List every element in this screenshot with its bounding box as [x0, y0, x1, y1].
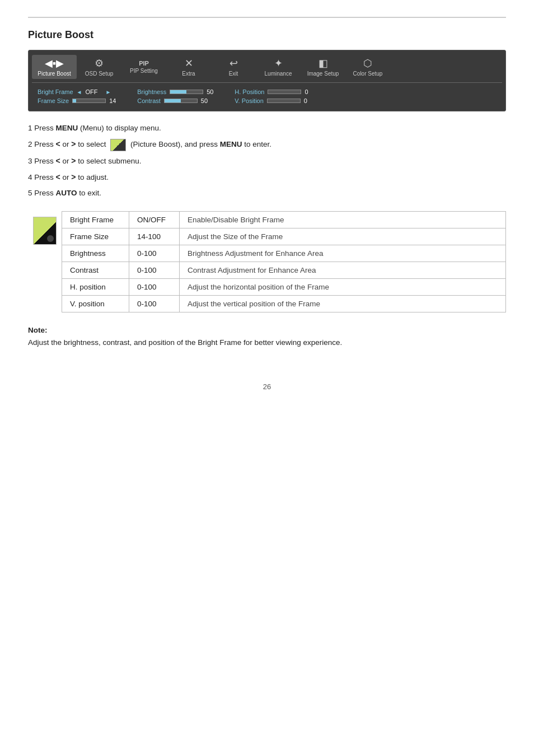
feature-description-cell: Contrast Adjustment for Enhance Area [180, 262, 506, 279]
osd-nav-exit: ↩ Exit [211, 55, 256, 79]
step2-chevron-left: < [56, 137, 60, 151]
exit-nav-icon: ↩ [229, 57, 238, 69]
h-position-label: H. Position [235, 88, 264, 95]
feature-name-cell: H. position [62, 279, 129, 296]
top-border [28, 17, 506, 18]
osd-nav-image-setup: ◧ Image Setup [301, 55, 345, 79]
osd-nav-picture-boost: ◀▪▶ Picture Boost [32, 55, 77, 79]
side-icon-area [28, 211, 62, 312]
step5-key: AUTO [56, 189, 77, 197]
table-row: Brightness0-100Brightness Adjustment for… [62, 245, 506, 262]
step2-menu-key: MENU [220, 140, 242, 148]
pip-setting-nav-icon: PIP [139, 60, 149, 67]
feature-table-wrapper: Bright FrameON/OFFEnable/Disable Bright … [28, 211, 506, 312]
luminance-nav-icon: ✦ [274, 57, 283, 69]
osd-settings-panel: Bright Frame ◄ OFF ► Frame Size 14 Brigh… [32, 86, 502, 106]
extra-nav-icon: ✕ [185, 57, 193, 69]
osd-col-middle: Brightness 50 Contrast 50 [137, 88, 223, 104]
bright-frame-label: Bright Frame [38, 88, 73, 95]
brightness-label: Brightness [137, 88, 166, 95]
table-row: Frame Size14-100Adjust the Size of the F… [62, 228, 506, 245]
feature-range-cell: 14-100 [129, 228, 180, 245]
picture-boost-side-icon [33, 217, 57, 245]
osd-col-left: Bright Frame ◄ OFF ► Frame Size 14 [38, 88, 126, 104]
contrast-value: 50 [201, 97, 218, 104]
osd-h-position-row: H. Position 0 [235, 88, 321, 95]
table-row: V. position0-100Adjust the vertical posi… [62, 296, 506, 312]
color-setup-nav-icon: ⬡ [363, 57, 372, 69]
v-position-bar [267, 99, 301, 103]
step1-key: MENU [56, 124, 78, 132]
feature-description-cell: Adjust the horizontal position of the Fr… [180, 279, 506, 296]
note-section: Note: Adjust the brightness, contrast, a… [28, 326, 506, 349]
table-row: H. position0-100Adjust the horizontal po… [62, 279, 506, 296]
picture-boost-inline-icon [110, 139, 126, 151]
step4: 4 Press < or > to adjust. [28, 170, 506, 184]
feature-name-cell: Brightness [62, 245, 129, 262]
brightness-value: 50 [207, 88, 223, 95]
feature-description-cell: Adjust the Size of the Frame [180, 228, 506, 245]
step3-chevron-left: < [56, 154, 60, 168]
feature-description-cell: Brightness Adjustment for Enhance Area [180, 245, 506, 262]
osd-menu: ◀▪▶ Picture Boost ⚙ OSD Setup PIP PIP Se… [28, 50, 506, 111]
frame-size-bar [72, 99, 106, 103]
note-label: Note: [28, 326, 506, 334]
h-position-bar [268, 90, 301, 94]
picture-boost-nav-icon: ◀▪▶ [45, 57, 64, 69]
feature-description-cell: Enable/Disable Bright Frame [180, 212, 506, 228]
feature-range-cell: 0-100 [129, 262, 180, 279]
table-row: Contrast0-100Contrast Adjustment for Enh… [62, 262, 506, 279]
osd-nav-extra: ✕ Extra [166, 55, 211, 79]
osd-nav-luminance: ✦ Luminance [256, 55, 301, 79]
feature-table: Bright FrameON/OFFEnable/Disable Bright … [62, 211, 506, 312]
feature-name-cell: Contrast [62, 262, 129, 279]
osd-frame-size-row: Frame Size 14 [38, 97, 126, 104]
frame-size-value: 14 [109, 97, 126, 104]
osd-setup-nav-icon: ⚙ [95, 57, 104, 69]
brightness-bar [170, 90, 203, 94]
feature-name-cell: Bright Frame [62, 212, 129, 228]
bright-frame-value: OFF [85, 88, 102, 95]
bright-frame-right-arrow: ► [105, 89, 111, 95]
contrast-label: Contrast [137, 97, 161, 104]
feature-name-cell: Frame Size [62, 228, 129, 245]
h-position-value: 0 [305, 88, 321, 95]
contrast-bar [164, 99, 198, 103]
osd-nav-bar: ◀▪▶ Picture Boost ⚙ OSD Setup PIP PIP Se… [32, 55, 502, 83]
osd-nav-pip-setting: PIP PIP Setting [121, 58, 166, 76]
step4-chevron-left: < [56, 170, 60, 184]
table-row: Bright FrameON/OFFEnable/Disable Bright … [62, 212, 506, 228]
osd-nav-osd-setup: ⚙ OSD Setup [77, 55, 121, 79]
osd-nav-color-setup: ⬡ Color Setup [345, 55, 390, 79]
feature-description-cell: Adjust the vertical position of the Fram… [180, 296, 506, 312]
feature-range-cell: 0-100 [129, 296, 180, 312]
note-text: Adjust the brightness, contrast, and pos… [28, 337, 506, 349]
feature-range-cell: 0-100 [129, 279, 180, 296]
frame-size-label: Frame Size [38, 97, 69, 104]
step5: 5 Press AUTO to exit. [28, 186, 506, 200]
v-position-value: 0 [304, 97, 321, 104]
step2: 2 Press < or > to select (Picture Boost)… [28, 137, 506, 151]
page-number: 26 [28, 382, 506, 391]
osd-col-right: H. Position 0 V. Position 0 [235, 88, 321, 104]
page-title: Picture Boost [28, 29, 506, 41]
osd-bright-frame-row: Bright Frame ◄ OFF ► [38, 88, 126, 95]
image-setup-nav-icon: ◧ [318, 57, 328, 69]
osd-brightness-row: Brightness 50 [137, 88, 223, 95]
step1: 1 Press MENU (Menu) to display menu. [28, 122, 506, 135]
feature-range-cell: ON/OFF [129, 212, 180, 228]
v-position-label: V. Position [235, 97, 264, 104]
feature-range-cell: 0-100 [129, 245, 180, 262]
instructions-section: 1 Press MENU (Menu) to display menu. 2 P… [28, 122, 506, 200]
osd-v-position-row: V. Position 0 [235, 97, 321, 104]
bright-frame-left-arrow: ◄ [77, 89, 82, 95]
osd-contrast-row: Contrast 50 [137, 97, 223, 104]
feature-name-cell: V. position [62, 296, 129, 312]
step3: 3 Press < or > to select submenu. [28, 154, 506, 168]
